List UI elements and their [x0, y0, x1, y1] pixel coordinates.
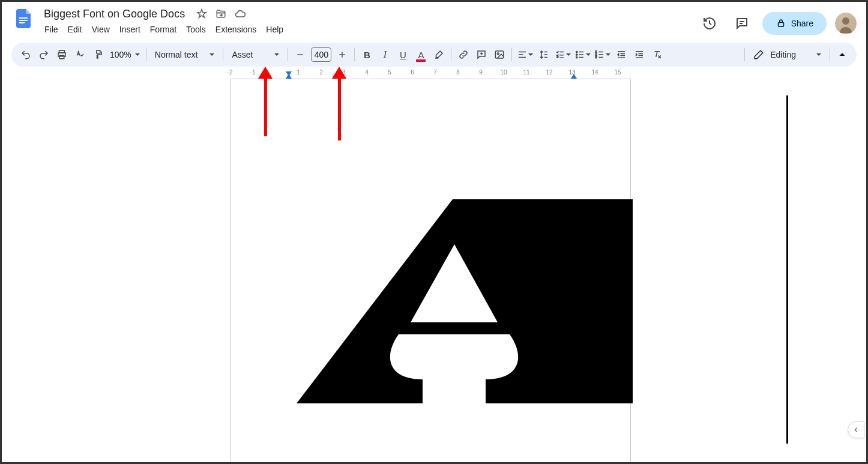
toolbar: 100% Normal text Asset B I U A 123 Editi… [11, 43, 857, 67]
document-content-letter [297, 199, 633, 403]
ruler-tick: 11 [523, 69, 529, 76]
font-size-input[interactable] [311, 47, 331, 62]
ruler-tick: 2 [319, 69, 323, 76]
menu-format[interactable]: Format [146, 22, 181, 37]
ruler-tick: 1 [297, 69, 300, 76]
checklist-button[interactable] [553, 46, 572, 63]
menu-edit[interactable]: Edit [64, 22, 86, 37]
svg-point-16 [498, 53, 499, 55]
clear-formatting-button[interactable] [649, 46, 666, 63]
highlight-color-button[interactable] [430, 46, 447, 63]
print-button[interactable] [53, 46, 70, 63]
caret-down-icon [586, 53, 591, 56]
document-title[interactable]: Biggest Font on Google Docs [40, 7, 188, 22]
document-page[interactable] [230, 79, 631, 462]
ruler-tick: 8 [456, 69, 460, 76]
line-spacing-button[interactable] [535, 46, 552, 63]
increase-font-size-button[interactable] [334, 46, 351, 63]
caret-down-icon [274, 53, 279, 56]
ruler-tick: 7 [433, 69, 437, 76]
menu-extensions[interactable]: Extensions [211, 22, 261, 37]
svg-point-26 [576, 51, 577, 52]
caret-down-icon [135, 53, 140, 56]
menu-view[interactable]: View [88, 22, 114, 37]
editing-mode-dropdown[interactable]: Editing [749, 49, 826, 60]
decrease-font-size-button[interactable] [292, 46, 309, 63]
text-caret [786, 95, 788, 444]
redo-button[interactable] [35, 46, 52, 63]
caret-down-icon [566, 53, 571, 56]
menu-help[interactable]: Help [262, 22, 288, 37]
svg-text:3: 3 [595, 55, 597, 59]
insert-link-button[interactable] [455, 46, 472, 63]
svg-point-28 [576, 56, 577, 58]
insert-image-button[interactable] [491, 46, 508, 63]
increase-indent-button[interactable] [631, 46, 648, 63]
caret-down-icon [816, 53, 821, 56]
undo-button[interactable] [17, 46, 34, 63]
document-canvas[interactable] [2, 79, 866, 462]
show-side-panel-button[interactable] [848, 421, 864, 438]
paint-format-button[interactable] [89, 46, 106, 63]
star-icon[interactable] [196, 8, 208, 20]
ruler-tick: -1 [250, 69, 256, 76]
numbered-list-button[interactable]: 123 [593, 46, 612, 63]
menu-bar: File Edit View Insert Format Tools Exten… [40, 22, 698, 37]
ruler-tick: 10 [500, 69, 507, 76]
svg-rect-1 [19, 20, 28, 21]
ruler-tick: -2 [228, 69, 233, 76]
left-indent-marker[interactable] [286, 74, 292, 79]
svg-rect-2 [19, 22, 25, 23]
user-avatar[interactable] [835, 13, 857, 34]
share-button[interactable]: Share [762, 12, 827, 35]
ruler-tick: 6 [411, 69, 414, 76]
caret-down-icon [209, 53, 214, 56]
move-icon[interactable] [215, 8, 227, 20]
ruler-tick: 3 [342, 69, 346, 76]
history-icon[interactable] [698, 11, 722, 35]
ruler-tick: 5 [388, 69, 391, 76]
menu-tools[interactable]: Tools [182, 22, 210, 37]
ruler-tick: 9 [479, 69, 483, 76]
paragraph-style-dropdown[interactable]: Normal text [150, 50, 220, 59]
decrease-indent-button[interactable] [613, 46, 630, 63]
caret-down-icon [606, 53, 610, 56]
text-color-button[interactable]: A [412, 46, 429, 63]
docs-logo[interactable] [11, 7, 35, 31]
underline-button[interactable]: U [394, 46, 411, 63]
italic-button[interactable]: I [376, 46, 393, 63]
spellcheck-button[interactable] [71, 46, 88, 63]
cloud-status-icon[interactable] [234, 8, 246, 20]
svg-rect-5 [778, 23, 783, 27]
bulleted-list-button[interactable] [573, 46, 592, 63]
svg-point-27 [576, 54, 577, 55]
share-label: Share [791, 19, 813, 28]
menu-file[interactable]: File [40, 22, 62, 37]
svg-rect-0 [19, 17, 28, 19]
ruler-tick: 12 [546, 69, 552, 76]
ruler-tick: 4 [365, 69, 369, 76]
align-button[interactable] [516, 46, 534, 63]
font-family-dropdown[interactable]: Asset [227, 50, 284, 59]
horizontal-ruler[interactable]: -2-1123456789101112131415 [2, 69, 866, 79]
caret-down-icon [528, 53, 533, 56]
add-comment-button[interactable] [473, 46, 490, 63]
comments-icon[interactable] [730, 11, 754, 35]
ruler-tick: 15 [614, 69, 621, 76]
svg-point-6 [842, 17, 849, 25]
ruler-tick: 14 [591, 69, 598, 76]
menu-insert[interactable]: Insert [115, 22, 145, 37]
collapse-toolbar-button[interactable] [834, 46, 851, 63]
bold-button[interactable]: B [358, 46, 375, 63]
right-indent-marker[interactable] [571, 74, 577, 79]
zoom-dropdown[interactable]: 100% [107, 50, 142, 59]
